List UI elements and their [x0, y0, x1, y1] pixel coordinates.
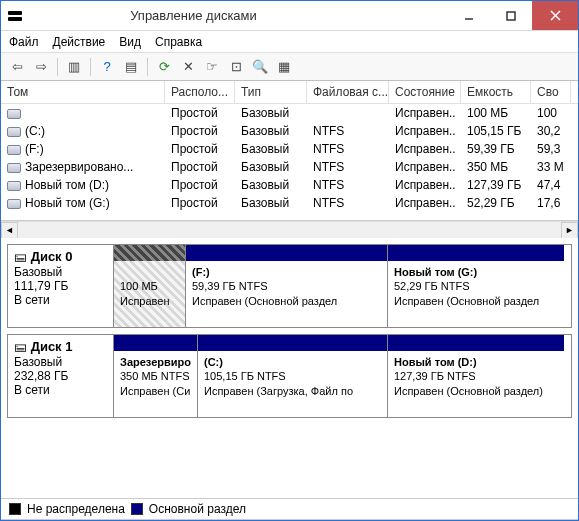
delete-icon[interactable]: ✕ — [178, 57, 198, 77]
legend: Не распределена Основной раздел — [1, 498, 578, 520]
col-type[interactable]: Тип — [235, 81, 307, 103]
legend-swatch-unallocated — [9, 503, 21, 515]
disk-row: 🖴 Диск 1Базовый232,88 ГБВ сетиЗарезервир… — [7, 334, 572, 418]
help-icon[interactable]: ? — [97, 57, 117, 77]
forward-icon[interactable]: ⇨ — [31, 57, 51, 77]
col-layout[interactable]: Располо... — [165, 81, 235, 103]
partition[interactable]: 100 МБИсправен — [114, 245, 186, 327]
partition[interactable]: Новый том (D:)127,39 ГБ NTFSИсправен (Ос… — [388, 335, 564, 417]
views-icon[interactable]: ▥ — [64, 57, 84, 77]
toolbar: ⇦ ⇨ ▥ ? ▤ ⟳ ✕ ☞ ⊡ 🔍 ▦ — [1, 53, 578, 81]
horizontal-scrollbar[interactable]: ◄ ► — [1, 221, 578, 238]
partition[interactable]: Новый том (G:)52,29 ГБ NTFSИсправен (Осн… — [388, 245, 564, 327]
minimize-button[interactable] — [448, 1, 490, 30]
window-title: Управление дисками — [0, 8, 448, 23]
disk-row: 🖴 Диск 0Базовый111,79 ГБВ сети100 МБИспр… — [7, 244, 572, 328]
table-row[interactable]: Зарезервировано...ПростойБазовыйNTFSИспр… — [1, 158, 578, 176]
list-icon[interactable]: ▤ — [121, 57, 141, 77]
scroll-right-icon[interactable]: ► — [561, 222, 578, 239]
disk-info[interactable]: 🖴 Диск 0Базовый111,79 ГБВ сети — [8, 245, 114, 327]
scroll-left-icon[interactable]: ◄ — [1, 222, 18, 239]
table-row[interactable]: (F:)ПростойБазовыйNTFSИсправен..59,39 ГБ… — [1, 140, 578, 158]
menu-action[interactable]: Действие — [53, 35, 106, 49]
disk-info[interactable]: 🖴 Диск 1Базовый232,88 ГБВ сети — [8, 335, 114, 417]
col-status[interactable]: Состояние — [389, 81, 461, 103]
menu-view[interactable]: Вид — [119, 35, 141, 49]
menu-help[interactable]: Справка — [155, 35, 202, 49]
close-button[interactable] — [532, 1, 578, 30]
settings-icon[interactable]: ⊡ — [226, 57, 246, 77]
partition[interactable]: (F:)59,39 ГБ NTFSИсправен (Основной разд… — [186, 245, 388, 327]
partition[interactable]: (C:)105,15 ГБ NTFSИсправен (Загрузка, Фа… — [198, 335, 388, 417]
menu-file[interactable]: Файл — [9, 35, 39, 49]
col-fs[interactable]: Файловая с... — [307, 81, 389, 103]
legend-primary: Основной раздел — [149, 502, 246, 516]
volume-grid: Том Располо... Тип Файловая с... Состоян… — [1, 81, 578, 221]
legend-swatch-primary — [131, 503, 143, 515]
properties-icon[interactable]: ☞ — [202, 57, 222, 77]
table-row[interactable]: Новый том (D:)ПростойБазовыйNTFSИсправен… — [1, 176, 578, 194]
maximize-button[interactable] — [490, 1, 532, 30]
back-icon[interactable]: ⇦ — [7, 57, 27, 77]
menubar: Файл Действие Вид Справка — [1, 31, 578, 53]
legend-unallocated: Не распределена — [27, 502, 125, 516]
svg-rect-3 — [507, 12, 515, 20]
disk-layout-pane: 🖴 Диск 0Базовый111,79 ГБВ сети100 МБИспр… — [1, 238, 578, 498]
grid-header: Том Располо... Тип Файловая с... Состоян… — [1, 81, 578, 104]
table-row[interactable]: ПростойБазовыйИсправен..100 МБ100 — [1, 104, 578, 122]
search-icon[interactable]: 🔍 — [250, 57, 270, 77]
table-row[interactable]: Новый том (G:)ПростойБазовыйNTFSИсправен… — [1, 194, 578, 212]
wizard-icon[interactable]: ▦ — [274, 57, 294, 77]
table-row[interactable]: (C:)ПростойБазовыйNTFSИсправен..105,15 Г… — [1, 122, 578, 140]
col-free[interactable]: Сво — [531, 81, 571, 103]
titlebar: Управление дисками — [1, 1, 578, 31]
refresh-icon[interactable]: ⟳ — [154, 57, 174, 77]
col-capacity[interactable]: Емкость — [461, 81, 531, 103]
partition[interactable]: Зарезервиро350 МБ NTFSИсправен (Си — [114, 335, 198, 417]
col-volume[interactable]: Том — [1, 81, 165, 103]
